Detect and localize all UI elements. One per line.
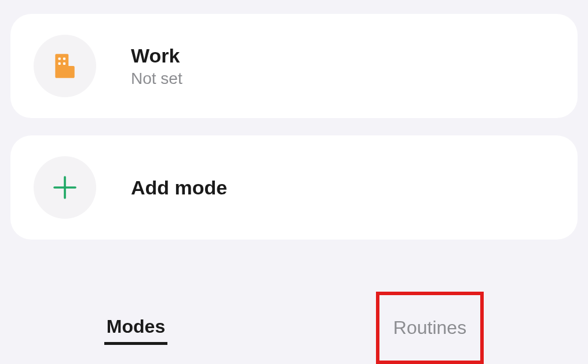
work-mode-content: Work Not set: [131, 44, 182, 89]
svg-rect-3: [63, 62, 65, 65]
work-mode-card[interactable]: Work Not set: [10, 14, 578, 118]
tab-modes[interactable]: Modes: [104, 311, 167, 345]
svg-rect-1: [63, 57, 65, 60]
tab-routines[interactable]: Routines: [391, 312, 469, 343]
work-icon-circle: [34, 35, 96, 97]
routines-highlight-box: Routines: [376, 292, 484, 364]
add-mode-title: Add mode: [131, 177, 227, 199]
bottom-tabs: Modes Routines: [0, 257, 588, 364]
svg-rect-2: [59, 62, 61, 65]
plus-icon: [51, 174, 79, 201]
add-mode-content: Add mode: [131, 177, 227, 199]
work-mode-subtitle: Not set: [131, 69, 182, 88]
work-mode-title: Work: [131, 44, 182, 68]
svg-rect-0: [59, 57, 61, 60]
add-icon-circle: [34, 156, 96, 219]
building-icon: [50, 52, 79, 80]
add-mode-card[interactable]: Add mode: [10, 135, 578, 240]
